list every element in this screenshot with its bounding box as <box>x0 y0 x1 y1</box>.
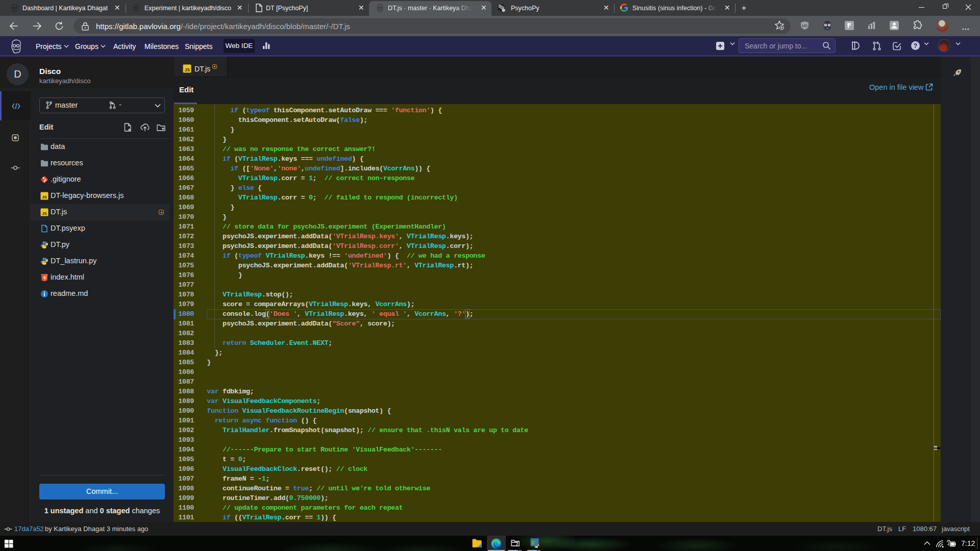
svg-text:5: 5 <box>43 276 46 280</box>
svg-text:JS: JS <box>184 67 190 72</box>
svg-text:UO: UO <box>802 24 807 28</box>
svg-text:JS: JS <box>42 211 46 216</box>
svg-text:JS: JS <box>42 195 46 199</box>
svg-text:?: ? <box>914 42 917 49</box>
